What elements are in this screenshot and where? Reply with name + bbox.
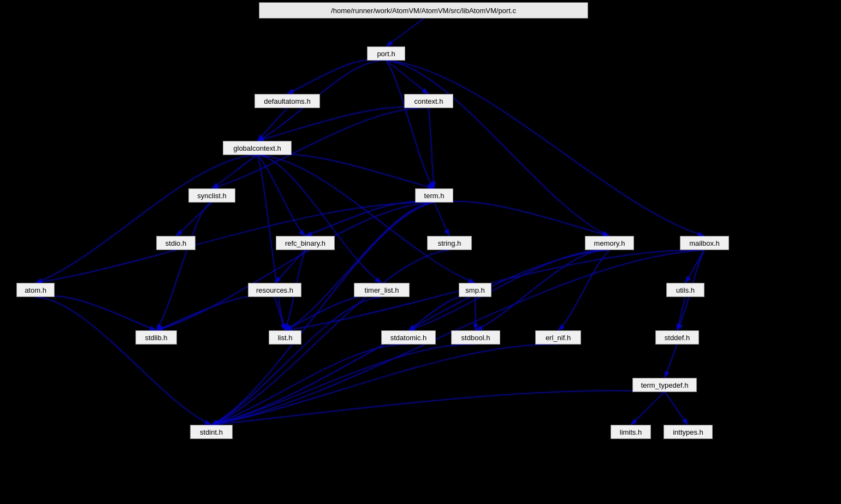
node-term_h: term.h [415,188,453,203]
node-defaultatoms_h: defaultatoms.h [254,94,320,108]
dependency-graph: /home/runner/work/AtomVM/AtomVM/src/libA… [0,0,841,504]
node-stdlib_h: stdlib.h [135,330,177,345]
node-atom_h: atom.h [16,283,55,297]
node-port_h: port.h [367,46,405,61]
node-globalcontext_h: globalcontext.h [223,141,292,155]
node-source: /home/runner/work/AtomVM/AtomVM/src/libA… [259,2,588,19]
node-smp_h: smp.h [459,283,491,297]
node-synclist_h: synclist.h [188,188,235,203]
node-stdbool_h: stdbool.h [451,330,500,345]
node-erl_nif_h: erl_nif.h [535,330,581,345]
arrows-layer [0,0,841,504]
node-stdio_h: stdio.h [156,236,196,250]
node-stdatomic_h: stdatomic.h [381,330,436,345]
node-utils_h: utils.h [666,283,704,297]
node-term_typedef_h: term_typedef.h [632,378,697,392]
node-context_h: context.h [404,94,453,108]
node-resources_h: resources.h [248,283,301,297]
node-timer_list_h: timer_list.h [354,283,410,297]
node-string_h: string.h [427,236,472,250]
node-limits_h: limits.h [611,425,651,439]
node-stdint_h: stdint.h [190,425,233,439]
node-stddef_h: stddef.h [655,330,699,345]
node-memory_h: memory.h [585,236,634,250]
node-refc_binary_h: refc_binary.h [276,236,335,250]
node-list_h: list.h [269,330,301,345]
node-mailbox_h: mailbox.h [680,236,729,250]
node-inttypes_h: inttypes.h [664,425,713,439]
